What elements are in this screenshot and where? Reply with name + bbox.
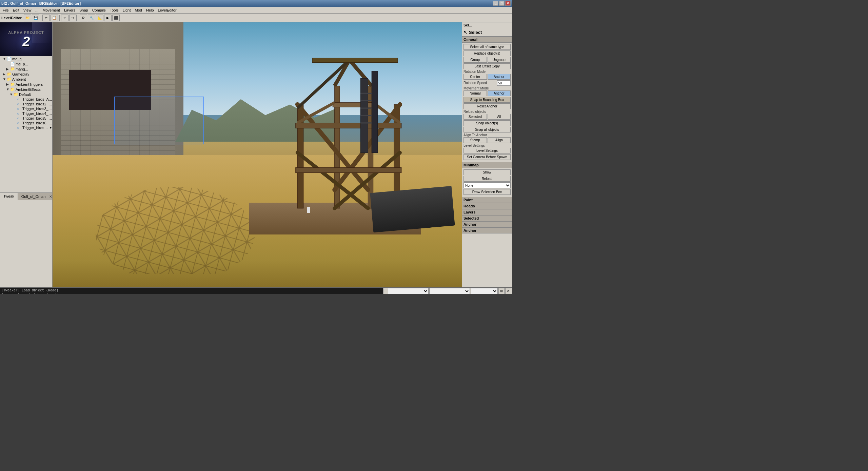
snap-all-objects-btn[interactable]: Snap all objects	[463, 127, 511, 132]
menu-mod[interactable]: Mod	[133, 7, 144, 13]
level-settings-btn[interactable]: Level Settings	[463, 148, 511, 153]
movement-anchor-btn[interactable]: Anchor	[488, 90, 511, 96]
tree-item-trigger5[interactable]: ○ Trigger_birds5_A...	[0, 116, 52, 121]
minimap-dropdown[interactable]: None	[463, 182, 511, 188]
minimap-reload-btn[interactable]: Reload	[463, 176, 511, 182]
tree-item-trigger6[interactable]: ○ Trigger_birds6_A...	[0, 121, 52, 125]
expand-icon[interactable]: ▶	[6, 67, 10, 71]
rotation-center-btn[interactable]: Center	[463, 74, 487, 80]
tree-item-trigger2[interactable]: ○ Trigger_birds2_A...	[0, 102, 52, 106]
expand-icon[interactable]: ▼	[9, 93, 14, 96]
draw-selection-box-btn[interactable]: Draw Selection Box	[463, 189, 511, 195]
menu-dots[interactable]: ...	[33, 7, 40, 13]
menu-help[interactable]: Help	[144, 7, 156, 13]
section-anchor2[interactable]: Anchor	[462, 227, 512, 233]
reset-anchor-btn[interactable]: Reset Anchor	[463, 103, 511, 109]
main-toolbar: LevelEditor 📂 💾 ✂ 📋 ↩ ↪ ⚙ 🔧 📐 ▶ ⬛	[0, 14, 512, 22]
last-offset-copy-btn[interactable]: Last Offset Copy	[463, 63, 511, 69]
character-figure	[307, 207, 310, 213]
set-camera-before-spawn-btn[interactable]: Set Camera Before Spawn	[463, 154, 511, 160]
rotation-anchor-btn[interactable]: Anchor	[488, 74, 511, 80]
maximize-btn[interactable]: □	[499, 1, 505, 6]
section-paint[interactable]: Paint	[462, 197, 512, 203]
tree-item-mang[interactable]: ▶ 📁 mang...	[0, 66, 52, 71]
tree-item-ambient[interactable]: ▼ 📁 Ambient	[0, 77, 52, 82]
toolbar-save-btn[interactable]: 💾	[32, 15, 39, 21]
menu-light[interactable]: Light	[121, 7, 133, 13]
expand-icon[interactable]: ▼	[3, 77, 7, 81]
menu-file[interactable]: File	[1, 7, 11, 13]
section-minimap[interactable]: Minimap	[462, 162, 512, 168]
menu-snap[interactable]: Snap	[77, 7, 90, 13]
tab-gulf-of-oman[interactable]: Gulf_of_Oman	[18, 193, 50, 200]
ungroup-btn[interactable]: Ungroup	[488, 57, 511, 63]
menu-compile[interactable]: Compile	[90, 7, 108, 13]
align-btn[interactable]: Align	[488, 137, 511, 143]
snap-object-btn[interactable]: Snap object(s)	[463, 120, 511, 126]
select-all-same-type-btn[interactable]: Select all of same type	[463, 44, 511, 50]
toolbar-tool2-btn[interactable]: 📐	[96, 15, 103, 21]
reload-all-btn[interactable]: All	[488, 114, 511, 120]
movement-normal-btn[interactable]: Normal	[463, 90, 487, 96]
bottom-dropdown2[interactable]	[429, 288, 470, 294]
menu-movement[interactable]: Movement	[41, 7, 62, 13]
expand-icon[interactable]: ▼	[3, 57, 7, 61]
toolbar-cut-btn[interactable]: ✂	[42, 15, 50, 21]
movement-mode-row: Normal Anchor	[463, 90, 511, 96]
replace-objects-btn[interactable]: Replace object(s)	[463, 50, 511, 56]
toolbar-undo-btn[interactable]: ↩	[61, 15, 68, 21]
expand-icon[interactable]: ▶	[6, 82, 10, 86]
tab-tweak[interactable]: Tweak	[0, 193, 18, 200]
tweak-close-btn[interactable]: ✕	[49, 193, 52, 200]
menu-view[interactable]: View	[21, 7, 34, 13]
snap-bounding-box-btn[interactable]: Snap to Bounding Box	[463, 97, 511, 103]
menu-tools[interactable]: Tools	[108, 7, 121, 13]
toolbar-play-btn[interactable]: ▶	[104, 15, 112, 21]
tree-item-me2[interactable]: 📄 me_p...	[0, 61, 52, 66]
close-btn[interactable]: ✕	[505, 1, 511, 6]
tree-item-me1[interactable]: ▼ 📄 me_g...	[0, 56, 52, 61]
toolbar-tool1-btn[interactable]: 🔧	[88, 15, 95, 21]
minimap-show-btn[interactable]: Show	[463, 169, 511, 175]
minimap-section-content: Show Reload None Draw Selection Box	[462, 168, 512, 197]
toolbar-copy-btn[interactable]: 📋	[51, 15, 58, 21]
bottom-action1-btn[interactable]: ⊞	[498, 288, 505, 294]
tree-item-ambienteffects[interactable]: ▼ 📁 AmbientEffects	[0, 87, 52, 92]
minimize-btn[interactable]: _	[493, 1, 498, 6]
tweak-content	[0, 200, 52, 287]
toolbar-redo-btn[interactable]: ↪	[69, 15, 77, 21]
bottom-dropdown1[interactable]	[388, 288, 429, 294]
tree-item-default[interactable]: ▼ 📁 Default	[0, 92, 52, 97]
reload-selected-btn[interactable]: Selected	[463, 114, 487, 120]
toolbar-settings-btn[interactable]: ⚙	[80, 15, 87, 21]
expand-icon[interactable]: ▼	[6, 87, 10, 91]
viewport[interactable]	[53, 22, 462, 287]
section-anchor1[interactable]: Anchor	[462, 221, 512, 227]
tree-item-trigger3[interactable]: ○ Trigger_birds3_A...	[0, 106, 52, 111]
section-general[interactable]: General	[462, 37, 512, 43]
bottom-dropdown3[interactable]	[471, 288, 498, 294]
menu-leveleditor[interactable]: LevelEditor	[156, 7, 179, 13]
select-mode-header: ↖ Select	[462, 28, 512, 37]
tree-item-ambienttriggers[interactable]: ▶ 📁 AmbientTriggers	[0, 82, 52, 87]
tree-item-trigger1[interactable]: ○ Trigger_birds_A...	[0, 97, 52, 102]
rotation-speed-input[interactable]	[497, 80, 511, 86]
expand-icon[interactable]: ▶	[3, 72, 7, 76]
section-roads[interactable]: Roads	[462, 203, 512, 209]
group-btn[interactable]: Group	[463, 57, 487, 63]
tree-item-trigger9[interactable]: ○ Trigger_birds9_A... ▼	[0, 125, 52, 130]
movement-mode-label: Movement Mode	[463, 86, 511, 90]
toolbar-open-btn[interactable]: 📂	[24, 15, 31, 21]
window-controls[interactable]: _ □ ✕	[493, 1, 511, 6]
stamp-btn[interactable]: Stamp	[463, 137, 487, 143]
bottom-close-btn[interactable]: ✕	[505, 288, 511, 294]
menubar: File Edit View ... Movement Layers Snap …	[0, 7, 512, 14]
section-layers[interactable]: Layers	[462, 209, 512, 215]
menu-layers[interactable]: Layers	[62, 7, 77, 13]
tree-item-trigger4[interactable]: ○ Trigger_birds4_A...	[0, 111, 52, 116]
scene-tree[interactable]: ▼ 📄 me_g... 📄 me_p... ▶ 📁 mang... ▶ 📁 Ga…	[0, 56, 52, 192]
section-selected[interactable]: Selected	[462, 215, 512, 221]
tree-item-gameplay[interactable]: ▶ 📁 Gameplay	[0, 71, 52, 77]
toolbar-stop-btn[interactable]: ⬛	[112, 15, 120, 21]
menu-edit[interactable]: Edit	[11, 7, 21, 13]
